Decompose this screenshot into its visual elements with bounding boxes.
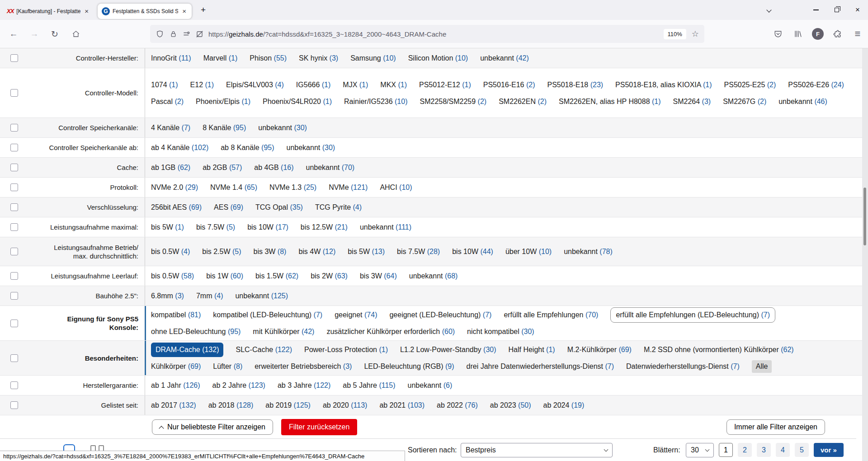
filter-option[interactable]: erfüllt alle Empfehlungen (LED-Beleuchtu… (610, 307, 775, 323)
filter-option[interactable]: ab 2020 (113) (323, 397, 367, 414)
filter-option[interactable]: ab 3 Jahre (122) (278, 377, 330, 394)
filter-option[interactable]: unbekannt (68) (409, 268, 458, 284)
next-page-button[interactable]: vor » (814, 443, 844, 457)
filter-option[interactable]: SM2258/SM2259 (2) (420, 93, 487, 110)
filter-option[interactable]: zusätzlicher Kühlkörper erforderlich (60… (326, 323, 455, 340)
library-icon[interactable] (790, 26, 806, 42)
filter-option[interactable]: PS5026-E26 (24) (788, 76, 844, 93)
pocket-icon[interactable] (770, 26, 786, 42)
extensions-puzzle-icon[interactable] (830, 26, 845, 42)
filter-option[interactable]: Kühlkörper (69) (151, 358, 201, 375)
close-button[interactable]: × (847, 0, 868, 20)
filter-option[interactable]: unbekannt (6) (408, 377, 453, 394)
filter-option[interactable]: ab 4GB (16) (254, 159, 293, 176)
filter-option[interactable]: 4 Kanäle (7) (151, 119, 190, 136)
filter-option[interactable]: Phoenix/Elpis (1) (196, 93, 250, 110)
forward-button[interactable]: → (26, 26, 42, 42)
filter-option[interactable]: NVMe (121) (329, 179, 368, 196)
filter-option[interactable]: bis 0.5W (58) (151, 268, 194, 284)
row-checkbox[interactable] (10, 124, 18, 132)
filter-option[interactable]: ab 2GB (57) (203, 159, 242, 176)
filter-option[interactable]: AES (69) (214, 199, 243, 216)
page-button-4[interactable]: 4 (776, 443, 790, 457)
back-button[interactable]: ← (5, 26, 22, 42)
page-button-1[interactable]: 1 (719, 443, 733, 457)
filter-option[interactable]: geeignet (LED-Beleuchtung) (7) (389, 306, 491, 323)
filter-option[interactable]: nicht kompatibel (30) (467, 323, 534, 340)
new-tab-button[interactable]: + (197, 5, 209, 15)
filter-option[interactable]: bis 5W (1) (151, 219, 184, 235)
filter-option[interactable]: LED-Beleuchtung (RGB) (9) (364, 358, 454, 375)
filter-option[interactable]: ab 2024 (19) (543, 397, 585, 414)
filter-option[interactable]: bis 12.5W (21) (301, 219, 348, 235)
filter-option[interactable]: 7mm (4) (196, 287, 223, 304)
filter-option[interactable]: bis 1.5W (62) (255, 268, 298, 284)
row-checkbox[interactable] (10, 292, 18, 300)
tab-close-icon[interactable]: × (181, 7, 188, 15)
filter-option[interactable]: Alle (752, 360, 772, 373)
filter-option[interactable]: geeignet (74) (335, 306, 377, 323)
filter-option[interactable]: ohne LED-Beleuchtung (95) (151, 323, 241, 340)
filter-option[interactable]: bis 3W (64) (360, 268, 397, 284)
url-bar[interactable]: https://geizhals.de/?cat=hdssd&xf=16325_… (150, 25, 704, 43)
filter-option[interactable]: ab 2017 (132) (151, 397, 196, 414)
vertical-scrollbar[interactable] (862, 48, 868, 461)
filter-option[interactable]: Lüfter (8) (213, 358, 242, 375)
filter-option[interactable]: IG5666 (1) (296, 76, 330, 93)
filter-option[interactable]: drei Jahre Datenwiederherstellungs-Diens… (467, 358, 614, 375)
bookmark-star-icon[interactable]: ☆ (692, 29, 699, 39)
filter-option[interactable]: NVMe 2.0 (29) (151, 179, 198, 196)
filter-option[interactable]: Elpis/S4LV003 (4) (226, 76, 284, 93)
filter-option[interactable]: SM2267G (2) (723, 93, 766, 110)
filter-option[interactable]: unbekannt (78) (564, 243, 613, 260)
filter-option[interactable]: ab 2018 (128) (208, 397, 254, 414)
filter-option[interactable]: SLC-Cache (122) (236, 341, 292, 358)
filter-option[interactable]: ab 1 Jahr (126) (151, 377, 200, 394)
filter-option[interactable]: über 10W (10) (505, 243, 552, 260)
page-button-5[interactable]: 5 (795, 443, 809, 457)
filter-option[interactable]: bis 10W (17) (247, 219, 288, 235)
filter-option[interactable]: 8 Kanäle (95) (203, 119, 246, 136)
row-checkbox[interactable] (10, 381, 18, 389)
filter-option[interactable]: bis 7.5W (5) (196, 219, 235, 235)
filter-option[interactable]: 6.8mm (3) (151, 287, 184, 304)
filter-option[interactable]: M.2 SSD ohne (vormontierten) Kühlkörper … (644, 341, 794, 358)
filter-option[interactable]: bis 2W (63) (311, 268, 348, 284)
filter-option[interactable]: ab 2023 (50) (490, 397, 531, 414)
tab-geizhals[interactable]: G Festplatten & SSDs Solid State × (98, 4, 192, 19)
filter-option[interactable]: PS5025-E25 (2) (724, 76, 776, 93)
restore-button[interactable] (826, 0, 847, 20)
filter-option[interactable]: unbekannt (111) (360, 219, 411, 235)
filter-option[interactable]: TCG Pyrite (4) (315, 199, 362, 216)
filter-option[interactable]: MJX (1) (343, 76, 368, 93)
filter-option[interactable]: Pascal (2) (151, 93, 184, 110)
row-checkbox[interactable] (10, 144, 18, 151)
row-checkbox[interactable] (10, 183, 18, 191)
filter-option[interactable]: PS5016-E16 (2) (483, 76, 535, 93)
lock-icon[interactable] (170, 30, 177, 38)
filter-option[interactable]: ab 4 Kanäle (102) (151, 139, 208, 156)
filter-option[interactable]: bis 7.5W (28) (397, 243, 440, 260)
filter-option[interactable]: Power-Loss Protection (1) (304, 341, 388, 358)
home-button[interactable] (68, 26, 84, 42)
permissions-icon[interactable] (182, 29, 191, 38)
page-button-3[interactable]: 3 (757, 443, 771, 457)
filter-option[interactable]: MKX (1) (380, 76, 407, 93)
filter-option[interactable]: Marvell (1) (203, 50, 238, 66)
filter-option[interactable]: bis 1W (60) (206, 268, 243, 284)
row-checkbox[interactable] (10, 203, 18, 211)
filter-option[interactable]: bis 2.5W (5) (202, 243, 241, 260)
filter-option[interactable]: E12 (1) (190, 76, 214, 93)
filter-option[interactable]: bis 5W (13) (348, 243, 385, 260)
filter-option[interactable]: erfüllt alle Empfehlungen (70) (504, 306, 598, 323)
filter-option[interactable]: unbekannt (30) (287, 139, 335, 156)
filter-option[interactable]: Silicon Motion (10) (408, 50, 468, 66)
row-checkbox[interactable] (10, 89, 18, 97)
scrollbar-thumb[interactable] (863, 188, 866, 245)
page-size-select[interactable]: 30 (686, 443, 714, 457)
filter-option[interactable]: Rainier/IG5236 (10) (344, 93, 408, 110)
filter-option[interactable]: ab 8 Kanäle (95) (221, 139, 274, 156)
shield-icon[interactable] (156, 30, 164, 38)
tab-overflow-chevron-icon[interactable] (759, 0, 779, 20)
filter-option[interactable]: unbekannt (125) (235, 287, 288, 304)
